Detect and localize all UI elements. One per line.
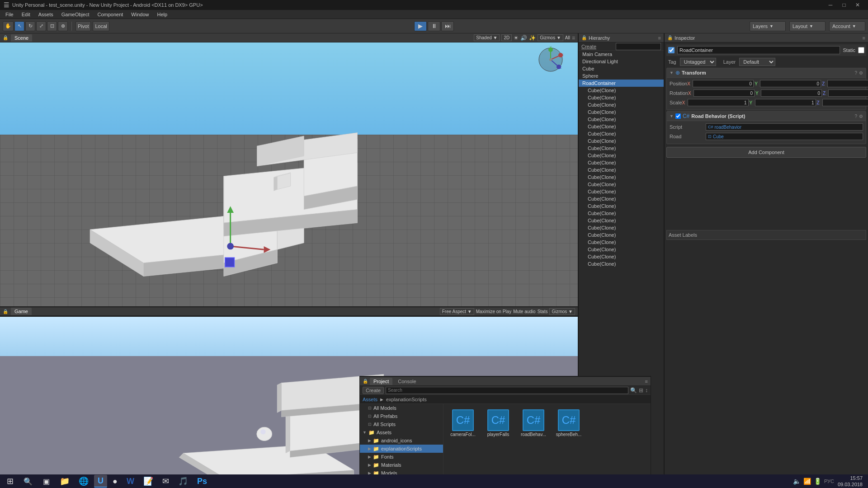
layer-dropdown[interactable]: Default (739, 58, 775, 66)
maximize-play-btn[interactable]: Maximize on Play (476, 309, 511, 314)
rect-tool[interactable]: ⊡ (47, 21, 57, 31)
taskbar-unity[interactable]: U (94, 475, 107, 488)
hierarchy-collapse-icon[interactable]: ≡ (658, 35, 661, 41)
hierarchy-item-cubeclone[interactable]: Cube(Clone) (579, 137, 664, 145)
hierarchy-item-cubeclone[interactable]: Cube(Clone) (579, 188, 664, 195)
pause-button[interactable]: ⏸ (428, 21, 440, 31)
hierarchy-item-maincamera[interactable]: Main Camera (579, 51, 664, 58)
mute-audio-btn[interactable]: Mute audio (513, 309, 535, 314)
hierarchy-item-directionallight[interactable]: Directional Light (579, 58, 664, 65)
transform-component-header[interactable]: ▼ ⊕ Transform ? ⚙ (667, 68, 866, 78)
hierarchy-item-cubeclone[interactable]: Cube(Clone) (579, 87, 664, 94)
hierarchy-item-cubeclone[interactable]: Cube(Clone) (579, 202, 664, 210)
object-active-checkbox[interactable] (668, 47, 675, 53)
road-behavior-menu-icon[interactable]: ⚙ (859, 114, 863, 119)
hierarchy-item-cubeclone[interactable]: Cube(Clone) (579, 94, 664, 101)
hierarchy-item-cube[interactable]: Cube (579, 65, 664, 72)
hierarchy-item-cubeclone[interactable]: Cube(Clone) (579, 174, 664, 181)
clock[interactable]: 15:57 09.03.2018 (838, 475, 863, 488)
road-behavior-settings-icon[interactable]: ? (854, 114, 857, 119)
asset-tile-camerafol[interactable]: C#cameraFol... (447, 408, 479, 439)
scene-audio-icon[interactable]: 🔊 (520, 35, 527, 41)
hierarchy-item-cubeclone[interactable]: Cube(Clone) (579, 116, 664, 123)
hierarchy-item-cubeclone[interactable]: Cube(Clone) (579, 224, 664, 231)
road-behavior-header[interactable]: ▼ C# Road Behavior (Script) ? ⚙ (667, 112, 866, 121)
rotate-tool[interactable]: ↻ (25, 21, 35, 31)
tab-console[interactable]: Console (394, 378, 420, 385)
asset-tile-spherebeh[interactable]: C#sphereBeh... (553, 408, 585, 439)
folder-item-assets[interactable]: ▼📁Assets (360, 428, 443, 436)
free-aspect-dropdown[interactable]: Free Aspect ▼ (440, 308, 474, 315)
taskbar-file-explorer[interactable]: 📁 (56, 475, 73, 488)
taskbar-word[interactable]: W (123, 475, 138, 488)
hierarchy-item-cubeclone[interactable]: Cube(Clone) (579, 108, 664, 116)
road-asset-field[interactable]: ⊡ Cube (706, 133, 863, 140)
project-search-input[interactable] (386, 387, 628, 394)
scene-fx-icon[interactable]: ✨ (529, 35, 536, 41)
object-name-field[interactable] (677, 46, 840, 54)
taskbar-chrome[interactable]: ● (109, 475, 121, 488)
tab-game[interactable]: Game (11, 308, 32, 315)
breadcrumb-assets[interactable]: Assets (363, 397, 377, 402)
scene-viewport[interactable]: Y X Z (0, 42, 578, 306)
menu-help[interactable]: Help (153, 11, 171, 18)
gizmos-dropdown[interactable]: Gizmos ▼ (538, 34, 563, 41)
account-dropdown[interactable]: Account ▼ (829, 21, 865, 31)
hierarchy-item-cubeclone[interactable]: Cube(Clone) (579, 195, 664, 202)
hierarchy-item-cubeclone[interactable]: Cube(Clone) (579, 231, 664, 239)
add-component-button[interactable]: Add Component (666, 147, 866, 158)
hierarchy-item-cubeclone[interactable]: Cube(Clone) (579, 159, 664, 166)
hierarchy-item-cubeclone[interactable]: Cube(Clone) (579, 166, 664, 174)
taskbar-notepad[interactable]: 📝 (140, 475, 157, 488)
project-create-button[interactable]: Create (363, 387, 384, 394)
hierarchy-item-cubeclone[interactable]: Cube(Clone) (579, 152, 664, 159)
road-behavior-active-check[interactable] (675, 113, 681, 119)
hierarchy-item-cubeclone[interactable]: Cube(Clone) (579, 239, 664, 246)
start-button[interactable]: ⊞ (2, 475, 18, 488)
script-asset-field[interactable]: C# roadBehavior (706, 123, 863, 131)
menu-edit[interactable]: Edit (18, 11, 34, 18)
scale-z-input[interactable] (822, 99, 868, 106)
transform-menu-icon[interactable]: ⚙ (859, 70, 863, 75)
hierarchy-item-cubeclone[interactable]: Cube(Clone) (579, 260, 664, 267)
tray-battery-icon[interactable]: 🔋 (814, 478, 821, 485)
folder-item-allscripts[interactable]: ⊡All Scripts (360, 420, 443, 428)
hierarchy-item-cubeclone[interactable]: Cube(Clone) (579, 181, 664, 188)
hand-tool[interactable]: ✋ (3, 21, 14, 31)
transform-settings-icon[interactable]: ? (854, 70, 857, 75)
hierarchy-item-cubeclone[interactable]: Cube(Clone) (579, 130, 664, 137)
project-sort-icon[interactable]: ↕ (645, 387, 648, 394)
maximize-button[interactable]: □ (837, 0, 851, 10)
pos-x-input[interactable] (693, 80, 754, 87)
shaded-dropdown[interactable]: Shaded ▼ (474, 34, 500, 41)
folder-item-explanationscripts[interactable]: ▶📁explanationScripts (360, 445, 443, 453)
hierarchy-item-roadcontainer[interactable]: RoadContainer (579, 80, 664, 87)
pos-y-input[interactable] (760, 80, 821, 87)
pos-z-input[interactable] (827, 80, 868, 87)
local-button[interactable]: Local (93, 21, 109, 31)
taskbar-edge[interactable]: 🌐 (75, 475, 92, 488)
rot-x-input[interactable] (693, 89, 755, 97)
scale-tool[interactable]: ⤢ (36, 21, 46, 31)
scene-collapse-icon[interactable]: ≡ (572, 35, 575, 41)
pivot-button[interactable]: Pivot (75, 21, 91, 31)
folder-item-allprefabs[interactable]: ⊡All Prefabs (360, 412, 443, 420)
scale-x-input[interactable] (688, 99, 749, 106)
tray-network-icon[interactable]: 🔈 (793, 478, 801, 485)
asset-tile-roadbehav[interactable]: C#roadBehav... (518, 408, 549, 439)
hierarchy-item-cubeclone[interactable]: Cube(Clone) (579, 101, 664, 108)
static-checkbox[interactable] (858, 47, 864, 53)
create-button[interactable]: Create (581, 44, 596, 49)
hierarchy-item-cubeclone[interactable]: Cube(Clone) (579, 253, 664, 260)
project-collapse-icon[interactable]: ≡ (645, 379, 648, 384)
layers-dropdown[interactable]: Layers ▼ (750, 21, 786, 31)
asset-tile-playerfalls[interactable]: C#playerFalls (482, 408, 514, 439)
transform-tool[interactable]: ⊕ (58, 21, 68, 31)
project-view-icons[interactable]: ⊞ (639, 387, 643, 394)
scene-lights-icon[interactable]: ☀ (514, 35, 519, 41)
tab-project[interactable]: Project (370, 378, 392, 385)
folder-item-fonts[interactable]: ▶📁Fonts (360, 453, 443, 461)
2d-button[interactable]: 2D (501, 34, 512, 41)
tag-dropdown[interactable]: Untagged (680, 58, 716, 66)
hierarchy-item-cubeclone[interactable]: Cube(Clone) (579, 123, 664, 130)
